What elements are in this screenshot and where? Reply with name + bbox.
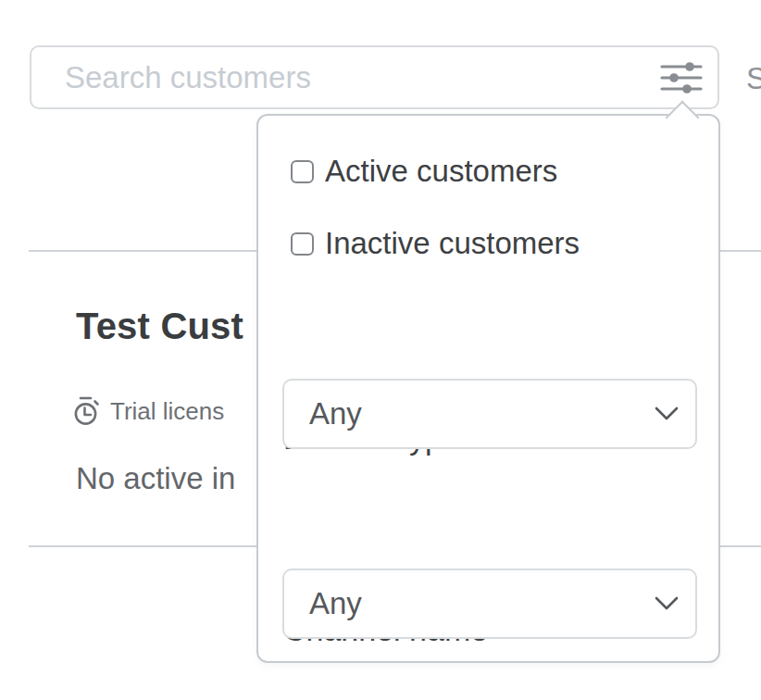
search-placeholder: Search customers <box>65 60 311 95</box>
chevron-down-icon <box>655 406 679 421</box>
timer-icon <box>72 395 101 427</box>
license-type-text: Trial licens <box>110 397 224 426</box>
inactive-customers-checkbox[interactable] <box>291 232 314 256</box>
inactive-customers-label: Inactive customers <box>325 226 580 261</box>
license-type-select[interactable]: Any <box>282 379 697 449</box>
license-type-select-value: Any <box>309 396 362 431</box>
active-customers-checkbox[interactable] <box>291 160 314 183</box>
license-info-row: Trial licens <box>72 395 224 427</box>
cut-off-right-label: S <box>746 61 761 96</box>
active-customers-label: Active customers <box>325 154 557 189</box>
customers-page: Test Cust Trial licens No active in Sear… <box>0 0 761 700</box>
chevron-down-icon <box>655 596 679 611</box>
channel-name-select[interactable]: Any <box>282 569 697 639</box>
search-input[interactable]: Search customers <box>30 45 719 109</box>
customer-status-text: No active in <box>76 461 235 496</box>
customer-name-heading: Test Cust <box>76 306 243 347</box>
inactive-customers-checkbox-row[interactable]: Inactive customers <box>291 226 580 261</box>
channel-name-select-value: Any <box>309 586 362 621</box>
filter-dropdown-panel: Active customers Inactive customers Lice… <box>256 114 720 663</box>
active-customers-checkbox-row[interactable]: Active customers <box>291 154 557 189</box>
sliders-icon <box>660 61 703 94</box>
filter-toggle-button[interactable] <box>660 60 703 95</box>
